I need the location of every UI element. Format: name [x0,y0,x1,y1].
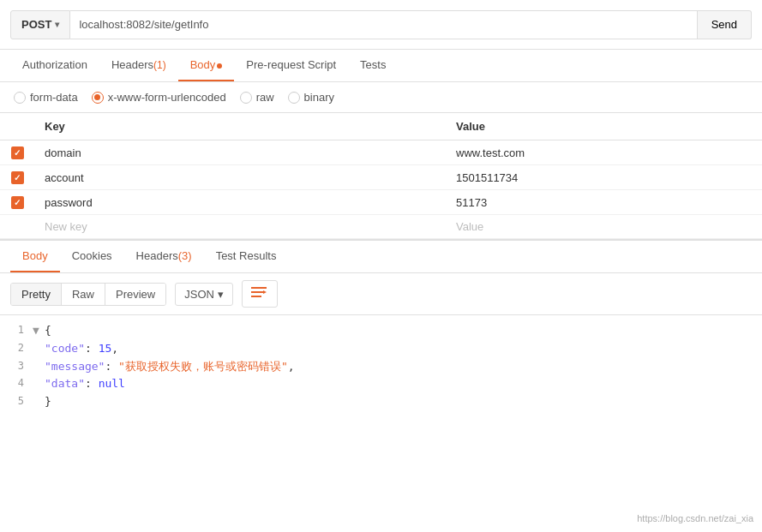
tab-body[interactable]: Body [178,50,235,81]
checkbox-password[interactable] [11,196,24,209]
code-line-1: 1 ▼ { [0,322,762,340]
params-container: Key Value domain www.test.com account 15… [0,113,762,239]
radio-binary [288,92,300,104]
response-section: Body Cookies Headers(3) Test Results Pre… [0,239,762,418]
col-checkbox [0,113,34,140]
format-pretty[interactable]: Pretty [11,284,62,305]
type-chevron-icon: ▾ [218,288,224,301]
method-dropdown[interactable]: POST ▾ [10,10,70,39]
table-row: domain www.test.com [0,140,762,165]
request-tabs: Authorization Headers(1) Body Pre-reques… [0,50,762,82]
code-line-5: 5 } [0,393,762,411]
option-form-data[interactable]: form-data [14,91,78,104]
params-table: Key Value domain www.test.com account 15… [0,113,762,239]
format-preview[interactable]: Preview [105,284,165,305]
tab-authorization[interactable]: Authorization [10,50,99,81]
format-group: Pretty Raw Preview [10,283,166,306]
col-value: Value [446,113,762,140]
tab-prerequest[interactable]: Pre-request Script [234,50,348,81]
watermark: https://blog.csdn.net/zai_xia [637,513,753,523]
checkbox-account[interactable] [11,171,24,184]
option-raw[interactable]: raw [240,91,274,104]
radio-form-data [14,92,26,104]
col-key: Key [34,113,446,140]
response-tabs: Body Cookies Headers(3) Test Results [0,241,762,273]
response-tab-test-results[interactable]: Test Results [204,241,289,272]
code-line-4: 4 "data": null [0,375,762,393]
value-domain[interactable]: www.test.com [446,140,762,165]
top-bar: POST ▾ Send [0,0,762,50]
checkbox-domain[interactable] [11,146,24,159]
new-value-placeholder[interactable]: Value [456,220,483,233]
send-button[interactable]: Send [698,10,752,39]
option-binary[interactable]: binary [288,91,334,104]
tab-headers[interactable]: Headers(1) [99,50,178,81]
method-label: POST [21,18,51,31]
collapse-toggle[interactable]: ▼ [33,322,45,340]
table-row-new: New key Value [0,215,762,239]
type-select[interactable]: JSON ▾ [175,283,233,306]
body-dot [217,63,222,69]
radio-raw [240,92,252,104]
body-options: form-data x-www-form-urlencoded raw bina… [0,82,762,113]
method-chevron-icon: ▾ [55,20,59,29]
option-x-www-form-urlencoded[interactable]: x-www-form-urlencoded [92,91,226,104]
radio-x-www-form-urlencoded [92,92,104,104]
new-key-placeholder[interactable]: New key [45,220,87,233]
value-password[interactable]: 51173 [446,190,762,215]
table-row: password 51173 [0,190,762,215]
format-raw[interactable]: Raw [62,284,105,305]
value-account[interactable]: 1501511734 [446,165,762,190]
table-row: account 1501511734 [0,165,762,190]
response-tab-cookies[interactable]: Cookies [60,241,124,272]
url-input[interactable] [70,10,697,39]
key-domain[interactable]: domain [34,140,446,165]
response-tab-body[interactable]: Body [10,241,60,272]
key-password[interactable]: password [34,190,446,215]
code-line-3: 3 "message": "获取授权失败，账号或密码错误", [0,358,762,376]
code-line-2: 2 "code": 15, [0,340,762,358]
tab-tests[interactable]: Tests [348,50,398,81]
key-account[interactable]: account [34,165,446,190]
code-area: 1 ▼ { 2 "code": 15, 3 "message": "获取授权失败… [0,315,762,418]
wrap-button[interactable] [242,280,278,308]
format-bar: Pretty Raw Preview JSON ▾ [0,273,762,315]
response-tab-headers[interactable]: Headers(3) [124,241,204,272]
